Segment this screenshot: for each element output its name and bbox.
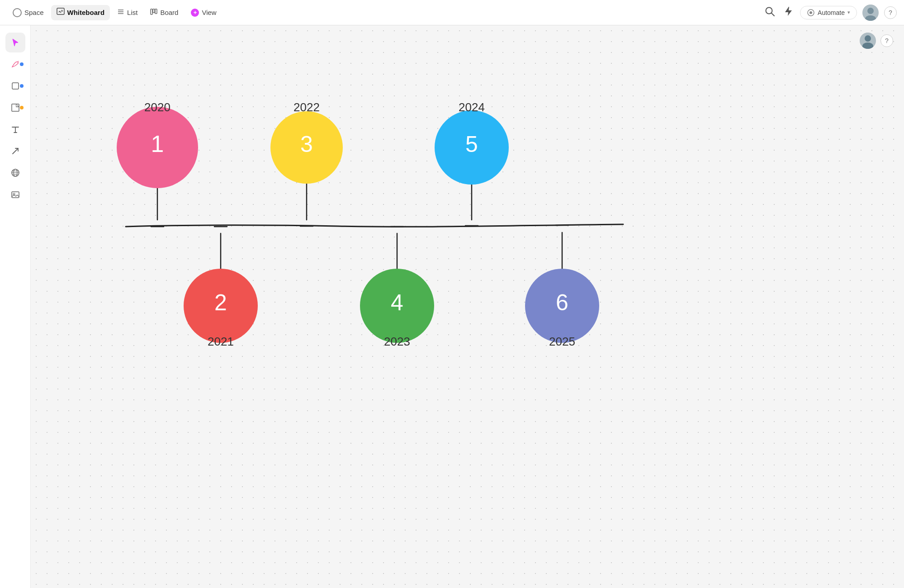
- svg-line-17: [13, 148, 18, 154]
- nav-item-whiteboard[interactable]: Whiteboard: [51, 5, 110, 20]
- node-1-label: 1: [151, 131, 164, 157]
- automate-label: Automate: [818, 9, 845, 16]
- svg-point-13: [867, 8, 874, 14]
- user-avatar[interactable]: [862, 5, 879, 21]
- canvas-top-right: ?: [860, 33, 893, 49]
- node-3-label: 3: [300, 132, 313, 157]
- tool-connector[interactable]: [5, 141, 25, 161]
- tool-globe[interactable]: [5, 163, 25, 183]
- space-label: Space: [24, 9, 44, 16]
- svg-rect-5: [151, 9, 152, 14]
- board-icon: [150, 8, 157, 17]
- draw-tool-dot: [20, 62, 24, 66]
- space-icon: [13, 8, 22, 17]
- whiteboard-label: Whiteboard: [67, 9, 105, 16]
- svg-line-9: [771, 13, 774, 16]
- node-4-label: 4: [391, 290, 403, 315]
- canvas-help-button[interactable]: ?: [880, 34, 893, 47]
- help-icon: ?: [889, 9, 892, 16]
- nav-item-list[interactable]: List: [112, 5, 143, 20]
- whiteboard-icon: [57, 8, 65, 18]
- tool-sticky[interactable]: [5, 98, 25, 118]
- nav-item-board[interactable]: Board: [145, 5, 184, 20]
- board-label: Board: [160, 9, 178, 16]
- canvas-area[interactable]: ?: [31, 25, 904, 588]
- svg-point-11: [809, 11, 812, 14]
- add-view-button[interactable]: + View: [185, 6, 222, 19]
- lightning-button[interactable]: [782, 5, 795, 20]
- svg-point-26: [865, 35, 871, 42]
- svg-rect-23: [12, 192, 19, 198]
- node-6-label: 6: [556, 290, 568, 315]
- shape-tool-dot: [20, 84, 24, 88]
- tool-select[interactable]: [5, 33, 25, 52]
- nav-right: Automate ▾ ?: [763, 5, 897, 21]
- chevron-down-icon: ▾: [847, 9, 850, 15]
- add-view-icon: +: [191, 9, 199, 17]
- tool-shape[interactable]: [5, 76, 25, 96]
- top-nav: Space Whiteboard List: [0, 0, 904, 25]
- node-3-year: 2022: [293, 100, 320, 114]
- add-view-label: View: [202, 9, 216, 16]
- node-5-year: 2024: [459, 100, 485, 114]
- node-5-label: 5: [465, 132, 478, 157]
- svg-rect-15: [12, 83, 19, 89]
- search-button[interactable]: [763, 5, 776, 20]
- svg-rect-6: [153, 9, 155, 13]
- sticky-tool-dot: [20, 106, 24, 109]
- svg-rect-0: [57, 8, 64, 14]
- svg-point-24: [13, 193, 15, 195]
- nav-item-space[interactable]: Space: [7, 5, 49, 20]
- svg-rect-7: [155, 9, 157, 14]
- help-button[interactable]: ?: [884, 6, 897, 19]
- main-area: ?: [0, 25, 904, 588]
- timeline-svg: 1 2020 3 2022 5 2024 2 2021 4 2023: [67, 98, 655, 351]
- tool-image[interactable]: [5, 185, 25, 204]
- automate-button[interactable]: Automate ▾: [800, 6, 857, 19]
- timeline-container: 1 2020 3 2022 5 2024 2 2021 4 2023: [67, 98, 655, 351]
- tool-draw[interactable]: [5, 54, 25, 74]
- canvas-user-avatar[interactable]: [860, 33, 876, 49]
- list-label: List: [127, 9, 137, 16]
- node-2-label: 2: [214, 290, 227, 315]
- svg-point-1: [61, 10, 62, 11]
- node-2-year: 2021: [208, 335, 234, 348]
- left-toolbar: [0, 25, 31, 588]
- node-1-year: 2020: [144, 100, 170, 114]
- node-4-year: 2023: [384, 335, 410, 348]
- list-icon: [117, 8, 124, 17]
- node-6-year: 2025: [549, 335, 575, 348]
- tool-text[interactable]: [5, 119, 25, 139]
- svg-rect-16: [12, 104, 19, 111]
